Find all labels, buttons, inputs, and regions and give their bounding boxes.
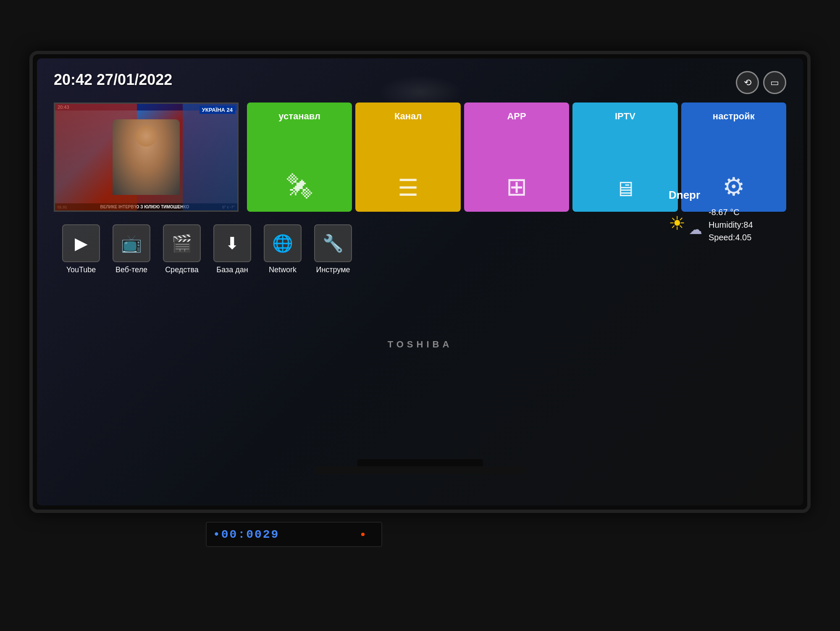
tile-channel[interactable]: Канал ☰ [355, 103, 460, 212]
tile-iptv-label: IPTV [615, 111, 635, 122]
app-database[interactable]: ⬇ База дан [213, 224, 251, 274]
datetime: 20:42 27/01/2022 [54, 71, 172, 89]
tile-setup-label: устанавл [278, 111, 320, 122]
tile-channel-icon: ☰ [398, 174, 418, 201]
tile-iptv[interactable]: IPTV 🖥 [572, 103, 677, 212]
app-tools[interactable]: 🔧 Инструме [314, 224, 352, 274]
app-media[interactable]: 🎬 Средства [163, 224, 201, 274]
weather-info: -8.67 °C Humidity:84 Speed:4.05 [709, 206, 753, 244]
tools-icon: 🔧 [314, 224, 352, 262]
usb-icon[interactable]: ⟲ [736, 71, 759, 94]
app-youtube[interactable]: ▶ YouTube [62, 224, 100, 274]
weather-content: ☀ ☁ -8.67 °C Humidity:84 Speed:4.05 [669, 206, 786, 244]
network-icon[interactable]: ▭ [763, 71, 786, 94]
app-tools-label: Инструме [316, 266, 350, 274]
stb-display: •00:0029 [213, 528, 279, 541]
youtube-icon: ▶ [62, 224, 100, 262]
tv-screen: 20:42 27/01/2022 ⟲ ▭ [37, 58, 803, 505]
stb-indicator-dot [361, 533, 365, 536]
app-webtv-label: Веб-теле [116, 266, 147, 274]
tv-base [315, 466, 525, 474]
tile-app[interactable]: APP ⊞ [464, 103, 569, 212]
weather-city: Dnepr [669, 189, 786, 202]
app-network[interactable]: 🌐 Network [264, 224, 302, 274]
app-network-label: Network [269, 266, 297, 274]
webtv-icon: 📺 [113, 224, 150, 262]
tile-setup[interactable]: устанавл 🛰 [247, 103, 352, 212]
tile-app-icon: ⊞ [506, 172, 527, 201]
tv-outer: 20:42 27/01/2022 ⟲ ▭ [0, 0, 840, 631]
tile-iptv-icon: 🖥 [614, 177, 635, 201]
database-icon: ⬇ [213, 224, 251, 262]
tile-setup-icon: 🛰 [287, 172, 312, 201]
preview-inner: 20:43 УКРАЇНА 24 01.01 ВЕЛИКЕ ІНТЕРВ'Ю З… [55, 104, 237, 210]
set-top-box: •00:0029 [206, 522, 382, 547]
app-media-label: Средства [165, 266, 199, 274]
weather-icon-area: ☀ ☁ [669, 212, 702, 237]
screen-content: 20:42 27/01/2022 ⟲ ▭ [37, 58, 803, 505]
weather-temperature: -8.67 °C [709, 206, 753, 218]
weather-section: Dnepr ☀ ☁ -8.67 °C Humidity:84 Speed:4.0… [669, 189, 786, 244]
sun-icon: ☀ [669, 212, 685, 234]
tv-bezel: 20:42 27/01/2022 ⟲ ▭ [29, 51, 811, 513]
preview-figure [55, 110, 237, 203]
weather-humidity: Humidity:84 [709, 218, 753, 231]
media-icon: 🎬 [163, 224, 201, 262]
tile-channel-label: Канал [394, 111, 422, 122]
app-webtv[interactable]: 📺 Веб-теле [113, 224, 150, 274]
toshiba-brand: TOSHIBA [388, 339, 453, 350]
weather-speed: Speed:4.05 [709, 231, 753, 244]
network-app-icon: 🌐 [264, 224, 302, 262]
preview-person [113, 119, 180, 195]
tile-app-label: APP [507, 111, 526, 122]
top-bar: 20:42 27/01/2022 ⟲ ▭ [54, 71, 786, 94]
cloud-icon: ☁ [689, 221, 702, 237]
app-youtube-label: YouTube [66, 266, 96, 274]
tile-settings-label: настройк [713, 111, 755, 122]
top-icons: ⟲ ▭ [736, 71, 786, 94]
app-database-label: База дан [216, 266, 248, 274]
tv-preview[interactable]: 20:43 УКРАЇНА 24 01.01 ВЕЛИКЕ ІНТЕРВ'Ю З… [54, 103, 239, 212]
